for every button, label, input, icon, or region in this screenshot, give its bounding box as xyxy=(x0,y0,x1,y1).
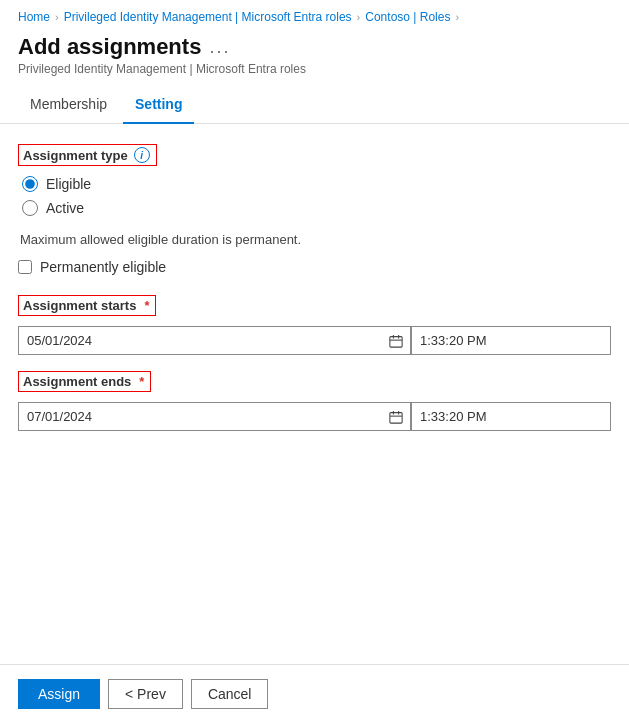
page-subtitle: Privileged Identity Management | Microso… xyxy=(18,62,611,76)
tabs: Membership Setting xyxy=(0,88,629,124)
starts-date-input[interactable] xyxy=(18,326,411,355)
eligible-duration-info: Maximum allowed eligible duration is per… xyxy=(18,232,611,247)
assignment-starts-row xyxy=(18,326,611,355)
calendar-icon xyxy=(389,334,403,348)
breadcrumb-sep-2: › xyxy=(357,11,361,23)
tab-membership[interactable]: Membership xyxy=(18,88,119,124)
page-title: Add assignments xyxy=(18,34,201,60)
radio-active[interactable]: Active xyxy=(22,200,611,216)
assignment-ends-row xyxy=(18,402,611,431)
assignment-type-info-icon[interactable]: i xyxy=(134,147,150,163)
assignment-type-label: Assignment type i xyxy=(18,144,157,166)
ends-calendar-button[interactable] xyxy=(381,402,411,431)
assignment-starts-section: Assignment starts* xyxy=(18,295,611,355)
cancel-button[interactable]: Cancel xyxy=(191,679,269,709)
assignment-type-radio-group: Eligible Active xyxy=(18,176,611,216)
main-content: Assignment type i Eligible Active Maximu… xyxy=(0,124,629,467)
breadcrumb-sep-3: › xyxy=(455,11,459,23)
radio-eligible-input[interactable] xyxy=(22,176,38,192)
radio-active-input[interactable] xyxy=(22,200,38,216)
breadcrumb-roles[interactable]: Contoso | Roles xyxy=(365,10,450,24)
starts-time-input[interactable] xyxy=(411,326,611,355)
starts-required-star: * xyxy=(144,298,149,313)
assignment-ends-label: Assignment ends* xyxy=(18,371,151,392)
assign-button[interactable]: Assign xyxy=(18,679,100,709)
ends-time-input[interactable] xyxy=(411,402,611,431)
radio-eligible-label: Eligible xyxy=(46,176,91,192)
more-options-button[interactable]: ... xyxy=(209,37,230,58)
starts-calendar-button[interactable] xyxy=(381,326,411,355)
prev-button[interactable]: < Prev xyxy=(108,679,183,709)
breadcrumb-pim[interactable]: Privileged Identity Management | Microso… xyxy=(64,10,352,24)
ends-required-star: * xyxy=(139,374,144,389)
svg-rect-0 xyxy=(389,336,401,347)
permanently-eligible-checkbox[interactable]: Permanently eligible xyxy=(18,259,611,275)
permanently-eligible-input[interactable] xyxy=(18,260,32,274)
starts-date-wrapper xyxy=(18,326,411,355)
svg-rect-4 xyxy=(389,412,401,423)
breadcrumb-home[interactable]: Home xyxy=(18,10,50,24)
permanently-eligible-label: Permanently eligible xyxy=(40,259,166,275)
calendar-icon-2 xyxy=(389,410,403,424)
assignment-starts-label: Assignment starts* xyxy=(18,295,156,316)
breadcrumb-sep-1: › xyxy=(55,11,59,23)
tab-setting[interactable]: Setting xyxy=(123,88,194,124)
radio-eligible[interactable]: Eligible xyxy=(22,176,611,192)
page-header: Add assignments ... Privileged Identity … xyxy=(0,30,629,84)
radio-active-label: Active xyxy=(46,200,84,216)
assignment-ends-section: Assignment ends* xyxy=(18,371,611,431)
ends-date-input[interactable] xyxy=(18,402,411,431)
breadcrumb: Home › Privileged Identity Management | … xyxy=(0,0,629,30)
ends-date-wrapper xyxy=(18,402,411,431)
assignment-type-section: Assignment type i Eligible Active xyxy=(18,144,611,216)
footer: Assign < Prev Cancel xyxy=(0,664,629,723)
